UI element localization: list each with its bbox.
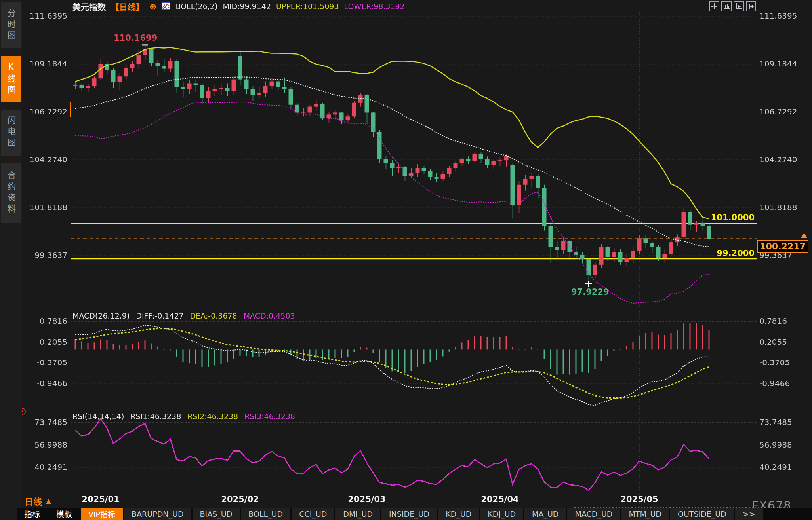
rsi3-value: RSI3:46.3238 bbox=[244, 412, 295, 421]
tab-inside_ud[interactable]: INSIDE_UD bbox=[381, 508, 437, 520]
x-axis-month-label: 2025/02 bbox=[221, 495, 259, 504]
tab-barupdn_ud[interactable]: BARUPDN_UD bbox=[124, 508, 191, 520]
boll-indicator-label[interactable]: BOLL(26,2) bbox=[175, 2, 217, 11]
y-axis-label: 0.2055 bbox=[759, 337, 804, 347]
tab-outside_ud[interactable]: OUTSIDE_UD bbox=[670, 508, 734, 520]
x-axis-month-label: 2025/01 bbox=[82, 495, 119, 504]
boll-lower-value: LOWER:98.3192 bbox=[344, 2, 405, 11]
circle-plus-icon[interactable]: ⊕ bbox=[149, 2, 156, 11]
chart-toolbar bbox=[709, 1, 756, 11]
y-axis-label: 101.8188 bbox=[759, 203, 804, 212]
tab-ma_ud[interactable]: MA_UD bbox=[524, 508, 566, 520]
period-selector-label: 日线 bbox=[25, 495, 42, 507]
y-axis-label: -0.9466 bbox=[759, 379, 804, 388]
sidebar-item-1[interactable]: K线图 bbox=[1, 56, 21, 102]
mini-chart-icon bbox=[162, 2, 170, 10]
axis-play-icon[interactable] bbox=[734, 1, 744, 11]
trading-app-window: 分时图K线图闪电图合约资料 美元指数 【日线】 ⊕ BOLL(26,2) MID… bbox=[0, 0, 812, 520]
instrument-title: 美元指数 bbox=[72, 0, 106, 12]
macd-dea-value: DEA:-0.3678 bbox=[190, 311, 237, 320]
y-axis-label: 73.7485 bbox=[23, 418, 67, 427]
y-axis-label: 0.2055 bbox=[23, 337, 67, 347]
tab-指标[interactable]: 指标 bbox=[17, 508, 48, 520]
y-axis-label: 101.8188 bbox=[23, 203, 67, 212]
tab-cci_ud[interactable]: CCI_UD bbox=[292, 508, 334, 520]
tab-kdj_ud[interactable]: KDJ_UD bbox=[480, 508, 523, 520]
tab-vip指标[interactable]: VIP指标 bbox=[81, 508, 123, 520]
y-axis-label: 104.2740 bbox=[23, 155, 67, 164]
y-axis-label: 0.7816 bbox=[759, 316, 804, 326]
axis-scale-icon[interactable] bbox=[721, 1, 732, 11]
last-price-tag[interactable]: 100.2217 bbox=[757, 240, 808, 253]
tab-boll_ud[interactable]: BOLL_UD bbox=[241, 508, 290, 520]
boll-mid-value: MID:99.9142 bbox=[223, 2, 271, 11]
y-axis-label: 56.9988 bbox=[23, 440, 67, 450]
tab-kd_ud[interactable]: KD_UD bbox=[438, 508, 479, 520]
y-axis-label: 40.2491 bbox=[759, 462, 804, 472]
marked-low-label: 97.9229 bbox=[571, 287, 607, 297]
indicator-tab-bar: 指标模板VIP指标BARUPDN_UDBIAS_UDBOLL_UDCCI_UDD… bbox=[17, 508, 812, 520]
period-selector[interactable]: 日线 ▲ bbox=[25, 495, 51, 507]
y-axis-label: 111.6395 bbox=[23, 11, 67, 21]
sidebar-item-2[interactable]: 闪电图 bbox=[1, 110, 21, 156]
price-chart-canvas[interactable] bbox=[0, 0, 812, 520]
y-axis-label: 40.2491 bbox=[23, 462, 67, 472]
y-axis-label: 99.3637 bbox=[23, 251, 67, 260]
crosshair-move-icon[interactable] bbox=[709, 1, 719, 11]
x-axis-month-label: 2025/04 bbox=[481, 495, 518, 504]
y-axis-label: 56.9988 bbox=[759, 440, 804, 450]
tab-[interactable]: >> bbox=[735, 508, 763, 520]
chart-header: 美元指数 【日线】 ⊕ BOLL(26,2) MID:99.9142 UPPER… bbox=[72, 1, 405, 11]
y-axis-label: 106.7292 bbox=[23, 107, 67, 116]
x-axis-month-label: 2025/03 bbox=[348, 495, 385, 504]
support-line-label: 99.2000 bbox=[673, 249, 755, 258]
tab-bias_ud[interactable]: BIAS_UD bbox=[193, 508, 240, 520]
rsi2-value: RSI2:46.3238 bbox=[187, 412, 238, 421]
y-axis-label: 111.6395 bbox=[759, 11, 804, 21]
y-axis-label: 73.7485 bbox=[759, 418, 804, 427]
y-axis-label: -0.9466 bbox=[23, 379, 67, 388]
sidebar-item-0[interactable]: 分时图 bbox=[1, 2, 21, 48]
rsi-title[interactable]: RSI(14,14,14) bbox=[72, 412, 124, 421]
marked-high-label: 110.1699 bbox=[114, 33, 157, 43]
tab-mtm_ud[interactable]: MTM_UD bbox=[621, 508, 669, 520]
macd-macd-value: MACD:0.4503 bbox=[244, 311, 295, 320]
rsi-pane-header: RSI(14,14,14) RSI1:46.3238 RSI2:46.3238 … bbox=[72, 412, 295, 421]
triangle-up-icon: ▲ bbox=[46, 497, 51, 505]
macd-title[interactable]: MACD(26,12,9) bbox=[72, 311, 130, 320]
resistance-line-label: 101.0000 bbox=[673, 213, 755, 222]
chart-type-sidebar: 分时图K线图闪电图合约资料 bbox=[0, 0, 22, 520]
sidebar-item-3[interactable]: 合约资料 bbox=[1, 163, 21, 223]
period-tag[interactable]: 【日线】 bbox=[111, 0, 144, 12]
y-axis-label: 0.7816 bbox=[23, 316, 67, 326]
tab-macd_ud[interactable]: MACD_UD bbox=[567, 508, 620, 520]
pan-right-icon[interactable] bbox=[746, 1, 756, 11]
y-axis-label: 109.1844 bbox=[759, 59, 804, 68]
scroll-to-latest-icon[interactable] bbox=[801, 233, 807, 238]
x-axis-month-label: 2025/05 bbox=[620, 495, 658, 504]
tab-模板[interactable]: 模板 bbox=[49, 508, 80, 520]
y-axis-label: -0.3705 bbox=[759, 358, 804, 367]
boll-upper-value: UPPER:101.5093 bbox=[276, 2, 339, 11]
tab-dmi_ud[interactable]: DMI_UD bbox=[335, 508, 380, 520]
y-axis-label: 104.2740 bbox=[759, 155, 804, 164]
rsi1-value: RSI1:46.3238 bbox=[130, 412, 181, 421]
macd-diff-value: DIFF:-0.1427 bbox=[136, 311, 183, 320]
y-axis-label: -0.3705 bbox=[23, 358, 67, 367]
macd-pane-header: MACD(26,12,9) DIFF:-0.1427 DEA:-0.3678 M… bbox=[72, 311, 295, 320]
y-axis-label: 109.1844 bbox=[23, 59, 67, 68]
y-axis-label: 106.7292 bbox=[759, 107, 804, 116]
